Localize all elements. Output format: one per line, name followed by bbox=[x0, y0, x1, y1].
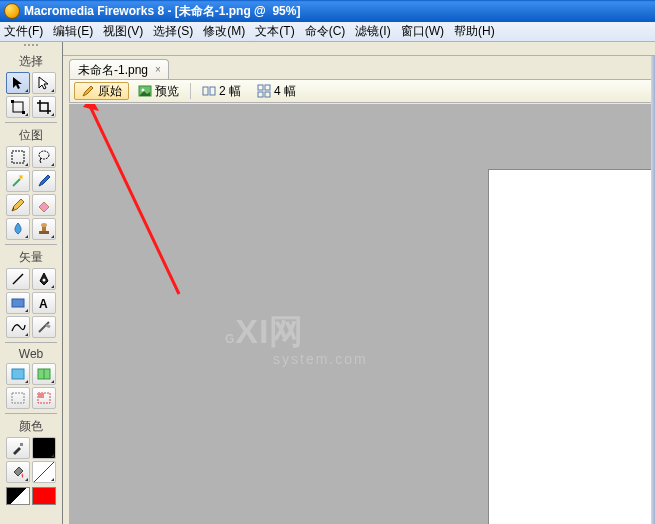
section-bitmap-label: 位图 bbox=[19, 127, 43, 144]
svg-rect-21 bbox=[203, 87, 208, 95]
view-preview-button[interactable]: 预览 bbox=[131, 82, 186, 100]
svg-rect-23 bbox=[258, 85, 263, 90]
show-slices-tool[interactable] bbox=[32, 387, 56, 409]
menu-bar: 文件(F) 编辑(E) 视图(V) 选择(S) 修改(M) 文本(T) 命令(C… bbox=[0, 22, 655, 42]
view-2up-label: 2 幅 bbox=[219, 83, 241, 100]
svg-rect-25 bbox=[258, 92, 263, 97]
text-tool[interactable]: A bbox=[32, 292, 56, 314]
rubber-stamp-tool[interactable] bbox=[32, 218, 56, 240]
pencil-icon bbox=[81, 84, 95, 98]
svg-line-8 bbox=[13, 274, 23, 284]
vertical-scrollbar[interactable] bbox=[651, 56, 655, 524]
watermark-g: G bbox=[225, 332, 235, 346]
swap-colors-button[interactable] bbox=[32, 487, 56, 505]
view-original-label: 原始 bbox=[98, 83, 122, 100]
marquee-tool[interactable] bbox=[6, 146, 30, 168]
svg-rect-10 bbox=[12, 299, 24, 307]
fill-color-swatch[interactable] bbox=[32, 461, 56, 483]
document-tabs: 未命名-1.png × bbox=[69, 59, 655, 79]
stroke-color-swatch[interactable] bbox=[32, 437, 56, 459]
rectangle-tool[interactable] bbox=[6, 292, 30, 314]
blur-tool[interactable] bbox=[6, 218, 30, 240]
default-colors-button[interactable] bbox=[6, 487, 30, 505]
image-icon bbox=[138, 84, 152, 98]
svg-rect-24 bbox=[265, 85, 270, 90]
watermark-sub: system.com bbox=[225, 351, 368, 367]
document-tab[interactable]: 未命名-1.png × bbox=[69, 59, 169, 79]
line-tool[interactable] bbox=[6, 268, 30, 290]
tools-panel: 选择 位图 矢量 A Web bbox=[0, 42, 63, 524]
svg-rect-15 bbox=[12, 393, 24, 403]
two-up-icon bbox=[202, 84, 216, 98]
menu-window[interactable]: 窗口(W) bbox=[401, 23, 444, 40]
view-2up-button[interactable]: 2 幅 bbox=[195, 82, 248, 100]
svg-rect-0 bbox=[13, 102, 23, 112]
panel-strip bbox=[63, 42, 655, 56]
svg-marker-28 bbox=[83, 104, 99, 111]
lasso-tool[interactable] bbox=[32, 146, 56, 168]
slice-tool[interactable] bbox=[32, 363, 56, 385]
svg-point-7 bbox=[41, 223, 47, 227]
svg-rect-22 bbox=[210, 87, 215, 95]
svg-rect-12 bbox=[12, 369, 24, 379]
svg-point-9 bbox=[43, 279, 46, 282]
window-titlebar: Macromedia Fireworks 8 - [未命名-1.png @ 95… bbox=[0, 0, 655, 22]
hide-slices-tool[interactable] bbox=[6, 387, 30, 409]
close-tab-icon[interactable]: × bbox=[152, 63, 164, 75]
menu-filters[interactable]: 滤镜(I) bbox=[355, 23, 390, 40]
menu-edit[interactable]: 编辑(E) bbox=[53, 23, 93, 40]
pen-tool[interactable] bbox=[32, 268, 56, 290]
view-4up-label: 4 幅 bbox=[274, 83, 296, 100]
subselect-tool[interactable] bbox=[32, 72, 56, 94]
svg-text:A: A bbox=[39, 297, 48, 311]
svg-rect-26 bbox=[265, 92, 270, 97]
freeform-tool[interactable] bbox=[6, 316, 30, 338]
watermark-cn: 网 bbox=[269, 312, 304, 350]
view-4up-button[interactable]: 4 幅 bbox=[250, 82, 303, 100]
panel-grip[interactable] bbox=[3, 44, 59, 50]
pencil-tool[interactable] bbox=[6, 194, 30, 216]
section-web-label: Web bbox=[19, 347, 43, 361]
window-title: Macromedia Fireworks 8 - [未命名-1.png @ 95… bbox=[24, 3, 300, 20]
four-up-icon bbox=[257, 84, 271, 98]
scale-tool[interactable] bbox=[6, 96, 30, 118]
eyedropper-stroke-tool[interactable] bbox=[6, 437, 30, 459]
watermark-xi: XI bbox=[235, 312, 269, 350]
menu-file[interactable]: 文件(F) bbox=[4, 23, 43, 40]
brush-tool[interactable] bbox=[32, 170, 56, 192]
menu-commands[interactable]: 命令(C) bbox=[305, 23, 346, 40]
menu-text[interactable]: 文本(T) bbox=[255, 23, 294, 40]
svg-rect-3 bbox=[12, 151, 24, 163]
menu-help[interactable]: 帮助(H) bbox=[454, 23, 495, 40]
menu-select[interactable]: 选择(S) bbox=[153, 23, 193, 40]
svg-rect-17 bbox=[38, 393, 44, 398]
watermark: GXI网 system.com bbox=[225, 300, 368, 367]
paint-bucket-tool[interactable] bbox=[6, 461, 30, 483]
svg-line-27 bbox=[89, 104, 179, 294]
document-tab-label: 未命名-1.png bbox=[78, 62, 148, 79]
canvas-page[interactable] bbox=[489, 170, 655, 524]
view-preview-label: 预览 bbox=[155, 83, 179, 100]
magic-wand-tool[interactable] bbox=[6, 170, 30, 192]
app-icon bbox=[4, 3, 20, 19]
section-select-label: 选择 bbox=[19, 53, 43, 70]
menu-modify[interactable]: 修改(M) bbox=[203, 23, 245, 40]
section-colors-label: 颜色 bbox=[19, 418, 43, 435]
knife-tool[interactable] bbox=[32, 316, 56, 338]
view-toolbar: 原始 预览 2 幅 4 幅 bbox=[69, 79, 655, 103]
eraser-tool[interactable] bbox=[32, 194, 56, 216]
hotspot-tool[interactable] bbox=[6, 363, 30, 385]
section-vector-label: 矢量 bbox=[19, 249, 43, 266]
view-original-button[interactable]: 原始 bbox=[74, 82, 129, 100]
document-area: 未命名-1.png × 原始 预览 2 幅 bbox=[63, 42, 655, 524]
svg-rect-5 bbox=[39, 231, 49, 234]
pointer-tool[interactable] bbox=[6, 72, 30, 94]
svg-rect-1 bbox=[11, 100, 14, 103]
canvas-viewport[interactable]: GXI网 system.com bbox=[69, 104, 655, 524]
svg-point-4 bbox=[39, 151, 49, 159]
crop-tool[interactable] bbox=[32, 96, 56, 118]
svg-rect-18 bbox=[20, 443, 23, 446]
menu-view[interactable]: 视图(V) bbox=[103, 23, 143, 40]
